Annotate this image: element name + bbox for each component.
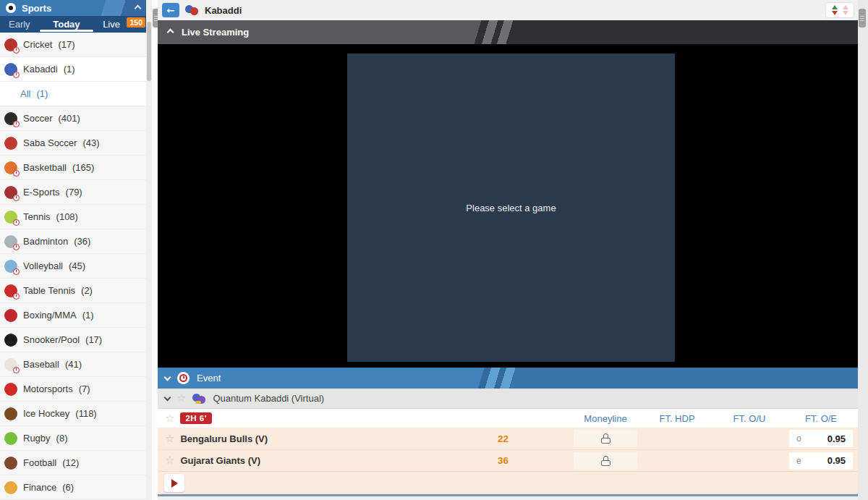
sidebar-item-count: (79): [66, 187, 82, 198]
sidebar-item[interactable]: Finance (6): [0, 475, 146, 500]
left-gutter: [152, 0, 158, 500]
sidebar-header[interactable]: Sports: [0, 0, 146, 16]
sidebar-item[interactable]: Motorsports (7): [0, 377, 146, 402]
lock-icon: [601, 456, 610, 466]
snooker-icon: [4, 334, 17, 347]
sidebar-item-count: (1): [36, 88, 48, 99]
sidebar-item-count: (1): [64, 64, 75, 75]
motorsports-icon: [4, 383, 17, 396]
soccer-icon: [4, 112, 17, 125]
tab-early[interactable]: Early: [9, 16, 30, 33]
sidebar-item-label: Finance: [23, 482, 56, 493]
team-name: Gujarat Giants (V): [180, 455, 465, 466]
live-count-badge: 150: [127, 17, 145, 27]
sidebar-item[interactable]: Volleyball (45): [0, 254, 146, 279]
sidebar-item-label: Rugby: [23, 433, 51, 444]
sidebar-item-count: (17): [85, 334, 102, 345]
sidebar-item-label: Snooker/Pool: [23, 334, 80, 345]
sidebar-item-label: Baseball: [23, 359, 59, 370]
volleyball-icon: [4, 260, 17, 273]
back-button[interactable]: ←: [162, 3, 179, 17]
live-streaming-label: Live Streaming: [182, 27, 249, 38]
sidebar-item[interactable]: Basketball (165): [0, 156, 146, 180]
sidebar-item-count: (43): [82, 137, 99, 148]
main-panel: ← Kabaddi Live Streaming Please select a…: [158, 0, 858, 500]
ice-hockey-icon: [4, 407, 17, 420]
favorite-star-icon[interactable]: ☆: [176, 393, 186, 404]
favorite-star-icon[interactable]: ☆: [165, 413, 174, 424]
sidebar-title: Sports: [22, 3, 51, 14]
live-clock-icon: [13, 219, 20, 226]
scrollbar-thumb[interactable]: [147, 22, 151, 81]
sidebar-item[interactable]: Baseball (41): [0, 352, 146, 377]
sidebar-item[interactable]: Ice Hockey (118): [0, 402, 146, 426]
team-score: 22: [465, 433, 509, 444]
oe-odds-cell[interactable]: e 0.95: [789, 452, 853, 470]
column-header-moneyline: Moneyline: [574, 413, 637, 424]
sidebar-item-label: Kabaddi: [23, 64, 58, 75]
kabaddi-icon: [185, 4, 199, 16]
tab-today[interactable]: Today: [53, 16, 80, 33]
sidebar-item-label: Boxing/MMA: [23, 310, 77, 321]
sidebar-item-label: Saba Soccer: [23, 137, 77, 148]
kabaddi-icon: [4, 63, 17, 76]
sidebar-item[interactable]: Boxing/MMA (1): [0, 303, 146, 328]
live-clock-icon: [13, 72, 20, 78]
sidebar-item-label: Basketball: [23, 162, 67, 173]
live-clock-icon: [13, 244, 20, 250]
sidebar-item[interactable]: Saba Soccer (43): [0, 131, 146, 156]
sidebar-item[interactable]: E-Sports (79): [0, 180, 146, 205]
rugby-icon: [4, 432, 17, 445]
favorite-star-icon[interactable]: ☆: [165, 455, 174, 466]
team-name: Bengaluru Bulls (V): [180, 433, 465, 444]
sidebar-item[interactable]: All (1): [0, 82, 146, 106]
sidebar-item[interactable]: Tennis (108): [0, 205, 146, 229]
oe-odds-cell[interactable]: o 0.95: [789, 430, 853, 447]
chevron-down-icon[interactable]: [164, 394, 171, 401]
baseball-icon: [4, 358, 17, 371]
schedule-tabs: Early Today Live 150: [0, 16, 146, 33]
sidebar-item-label: Tennis: [23, 211, 51, 222]
match-row: ☆ Bengaluru Bulls (V) 22 o 0.95: [158, 428, 858, 449]
cricket-icon: [4, 38, 17, 51]
betslip-panel-handle[interactable]: [859, 9, 866, 27]
sidebar-item[interactable]: Cricket (17): [0, 33, 146, 57]
sidebar-item-count: (8): [56, 433, 68, 444]
badminton-icon: [4, 235, 17, 248]
moneyline-odds-cell-locked[interactable]: [574, 430, 637, 447]
match-rows: ☆ Bengaluru Bulls (V) 22 o 0.95 ☆ Gujara…: [158, 428, 858, 471]
live-streaming-header[interactable]: Live Streaming: [158, 20, 858, 44]
sidebar-item[interactable]: Badminton (36): [0, 229, 146, 254]
sidebar-item[interactable]: Snooker/Pool (17): [0, 328, 146, 352]
soccer-ball-icon: [6, 3, 16, 13]
moneyline-odds-cell-locked[interactable]: [574, 452, 637, 470]
odds-sort-button[interactable]: [826, 3, 854, 17]
oe-odds-value: 0.95: [827, 433, 846, 444]
sidebar-item-label: Ice Hockey: [23, 408, 69, 419]
league-icon: [192, 393, 206, 404]
sidebar-item-count: (6): [62, 482, 74, 493]
sidebar-scrollbar[interactable]: [146, 0, 152, 500]
sidebar-item-count: (118): [75, 408, 96, 419]
match-period-badge: 2H 6': [180, 412, 212, 424]
event-section-header[interactable]: Event: [158, 368, 858, 389]
sidebar-item[interactable]: Rugby (8): [0, 426, 146, 451]
league-name: Quantum Kabaddi (Virtual): [213, 393, 324, 404]
league-row[interactable]: ☆ Quantum Kabaddi (Virtual): [158, 389, 858, 409]
play-icon: [171, 479, 178, 488]
play-button[interactable]: [164, 474, 184, 492]
sidebar-item[interactable]: Football (12): [0, 451, 146, 475]
match-footer-row: [158, 471, 858, 494]
sidebar-item-label: All: [20, 88, 30, 99]
sidebar-item[interactable]: Soccer (401): [0, 106, 146, 131]
sidebar-item-count: (41): [65, 359, 82, 370]
sidebar-item[interactable]: Table Tennis (2): [0, 279, 146, 303]
live-clock-icon: [13, 170, 20, 177]
favorite-star-icon[interactable]: ☆: [165, 433, 174, 444]
sidebar-item[interactable]: Kabaddi (1): [0, 57, 146, 82]
tab-live[interactable]: Live: [103, 16, 120, 33]
collapse-chevron-up-icon[interactable]: [135, 4, 142, 12]
sidebar-item-label: Soccer: [23, 113, 52, 124]
sidebar-item-count: (108): [56, 211, 78, 222]
column-header-ft-ou: FT. O/U: [717, 413, 782, 424]
